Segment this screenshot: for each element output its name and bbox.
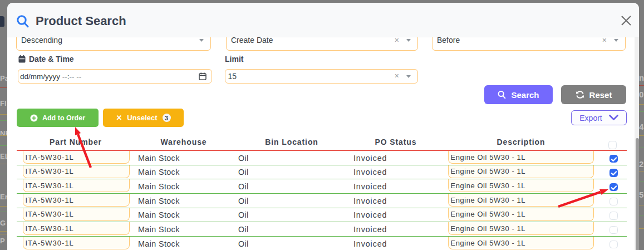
export-button[interactable]: Export xyxy=(571,110,627,125)
field-select[interactable]: Create Date × xyxy=(226,37,418,51)
unselect-count-badge: 3 xyxy=(163,114,171,122)
backdrop-text-fragment: 0 xyxy=(639,90,643,99)
search-icon xyxy=(498,90,506,99)
part-number-cell[interactable]: ITA-5W30-1L xyxy=(23,208,130,221)
table-row: ITA-5W30-1LMain StockOilInvoicedEngine O… xyxy=(17,222,627,237)
po-status-cell: Invoiced xyxy=(353,237,387,250)
backdrop-line-fragment xyxy=(0,120,7,121)
calendar-icon xyxy=(18,55,26,63)
warehouse-cell: Main Stock xyxy=(138,179,180,193)
part-number-cell[interactable]: ITA-5W30-1L xyxy=(23,165,130,178)
part-number-cell[interactable]: ITA-5W30-1L xyxy=(23,179,130,192)
operator-value: Before xyxy=(432,37,460,45)
backdrop-line-fragment xyxy=(639,111,644,112)
chevron-down-icon xyxy=(406,39,411,42)
unselect-button[interactable]: ✕ Unselect 3 xyxy=(103,109,184,127)
backdrop-line-fragment xyxy=(0,145,7,146)
calendar-picker-icon[interactable] xyxy=(199,72,207,80)
chevron-down-icon xyxy=(609,115,618,121)
description-cell[interactable]: Engine Oil 5W30 - 1L xyxy=(448,151,594,164)
limit-label: Limit xyxy=(225,55,243,63)
warehouse-cell: Main Stock xyxy=(138,208,180,222)
clear-icon[interactable]: × xyxy=(395,71,399,81)
unselect-label: Unselect xyxy=(127,114,157,122)
backdrop-text-fragment: NE xyxy=(0,129,7,138)
clear-icon[interactable]: × xyxy=(395,37,399,45)
clear-icon[interactable]: × xyxy=(602,37,607,45)
row-checkbox[interactable] xyxy=(609,241,618,249)
description-cell[interactable]: Engine Oil 5W30 - 1L xyxy=(448,194,594,207)
part-number-cell[interactable]: ITA-5W30-1L xyxy=(23,237,130,249)
bin-location-cell: Oil xyxy=(238,222,249,236)
limit-label-text: Limit xyxy=(225,55,243,63)
row-checkbox[interactable] xyxy=(609,155,618,163)
backdrop-line-fragment xyxy=(639,104,644,105)
backdrop-line-fragment xyxy=(639,171,644,171)
description-cell[interactable]: Engine Oil 5W30 - 1L xyxy=(448,208,594,221)
backdrop-partial-icon xyxy=(0,16,4,27)
bin-location-cell: Oil xyxy=(238,208,249,222)
description-cell[interactable]: Engine Oil 5W30 - 1L xyxy=(448,222,594,235)
date-time-input[interactable]: dd/mm/yyyy --:-- -- xyxy=(18,69,212,84)
part-number-cell[interactable]: ITA-5W30-1L xyxy=(23,222,130,235)
part-number-cell[interactable]: ITA-5W30-1L xyxy=(23,151,130,164)
select-all-checkbox[interactable] xyxy=(608,141,617,149)
datetime-label-text: Date & Time xyxy=(29,55,74,63)
table-row: ITA-5W30-1LMain StockOilInvoicedEngine O… xyxy=(17,151,627,165)
col-header-po-status: PO Status xyxy=(375,138,416,146)
col-header-description: Description xyxy=(497,138,545,146)
backdrop-text-fragment: Er xyxy=(0,193,7,201)
backdrop-line-fragment xyxy=(0,212,7,212)
bin-location-cell: Oil xyxy=(238,151,249,165)
po-status-cell: Invoiced xyxy=(353,222,387,236)
x-icon: ✕ xyxy=(116,114,122,122)
backdrop-line-fragment xyxy=(0,231,7,232)
description-cell[interactable]: Engine Oil 5W30 - 1L xyxy=(448,237,594,249)
sort-order-value: Descending xyxy=(17,37,62,45)
row-checkbox[interactable] xyxy=(609,169,618,177)
po-status-cell: Invoiced xyxy=(353,165,387,179)
backdrop-text-fragment: n xyxy=(639,73,644,82)
backdrop-line-fragment xyxy=(639,135,644,136)
screen: PaFINEELErGP n0425 Product Search Descen… xyxy=(0,0,644,250)
backdrop-text-fragment: FI xyxy=(0,99,7,107)
backdrop-text-fragment: G xyxy=(0,219,6,227)
bin-location-cell: Oil xyxy=(238,179,249,193)
table-header-row: Part Number Warehouse Bin Location PO St… xyxy=(17,134,627,151)
backdrop-text-fragment: 4 xyxy=(639,122,643,131)
po-status-cell: Invoiced xyxy=(353,179,387,193)
sort-order-select[interactable]: Descending xyxy=(16,37,211,51)
limit-select[interactable]: 15 × xyxy=(225,69,418,84)
description-cell[interactable]: Engine Oil 5W30 - 1L xyxy=(448,179,594,192)
backdrop-line-fragment xyxy=(639,228,644,229)
table-row: ITA-5W30-1LMain StockOilInvoicedEngine O… xyxy=(17,208,627,223)
row-checkbox[interactable] xyxy=(609,212,618,220)
row-checkbox[interactable] xyxy=(609,198,618,206)
close-icon[interactable] xyxy=(621,15,632,26)
description-cell[interactable]: Engine Oil 5W30 - 1L xyxy=(448,165,594,178)
chevron-down-icon xyxy=(614,39,618,42)
reset-button[interactable]: Reset xyxy=(561,85,626,104)
backdrop-line-fragment xyxy=(639,148,644,148)
backdrop-line-fragment xyxy=(0,87,7,88)
row-checkbox[interactable] xyxy=(609,183,618,192)
table-row: ITA-5W30-1LMain StockOilInvoicedEngine O… xyxy=(17,194,627,208)
backdrop-line-fragment xyxy=(639,85,644,86)
chevron-down-icon xyxy=(406,75,411,78)
po-status-cell: Invoiced xyxy=(353,151,387,165)
warehouse-cell: Main Stock xyxy=(138,194,180,208)
col-header-warehouse: Warehouse xyxy=(160,138,207,146)
search-button[interactable]: Search xyxy=(484,85,553,104)
part-number-cell[interactable]: ITA-5W30-1L xyxy=(23,194,130,207)
row-checkbox[interactable] xyxy=(609,226,618,234)
operator-select[interactable]: Before × xyxy=(432,37,626,51)
backdrop-text-fragment: 2 xyxy=(639,159,643,169)
field-value: Create Date xyxy=(227,37,273,45)
table-row: ITA-5W30-1LMain StockOilInvoicedEngine O… xyxy=(17,165,627,180)
add-to-order-button[interactable]: Add to Order xyxy=(17,109,99,127)
chevron-down-icon xyxy=(199,39,204,42)
bin-location-cell: Oil xyxy=(238,165,249,179)
scrollbar-thumb[interactable] xyxy=(636,138,640,250)
backdrop-line-fragment xyxy=(0,135,7,136)
backdrop-text-fragment: EL xyxy=(0,152,7,160)
